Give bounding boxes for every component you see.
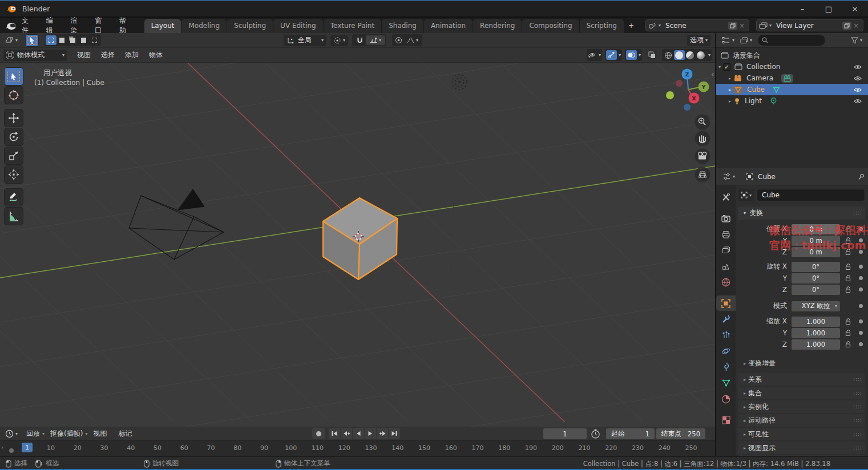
blender-menu-icon[interactable] bbox=[5, 21, 15, 30]
light-expand-icon[interactable]: ▸ bbox=[726, 99, 733, 104]
scale-z-lock-icon[interactable] bbox=[840, 341, 856, 348]
tab-object-data[interactable] bbox=[716, 375, 736, 391]
select-intersect-button[interactable] bbox=[89, 35, 100, 45]
location-x-animate-dot[interactable] bbox=[859, 227, 863, 231]
close-button[interactable]: × bbox=[842, 1, 868, 17]
tab-constraints[interactable] bbox=[716, 359, 736, 375]
tab-sculpting[interactable]: Sculpting bbox=[227, 19, 273, 33]
3d-scene[interactable]: Z Y X ‹ bbox=[0, 63, 715, 427]
outliner-row-cube[interactable]: ▸ Cube bbox=[716, 84, 868, 95]
rotation-x-lock-icon[interactable] bbox=[840, 264, 856, 270]
transform-orientation-dropdown[interactable]: 全局 ▾ bbox=[284, 35, 326, 46]
tab-scripting[interactable]: Scripting bbox=[580, 19, 624, 33]
rotation-y-field[interactable]: 0° bbox=[792, 273, 840, 283]
gizmo-toggle[interactable] bbox=[606, 50, 617, 60]
collection-expand-icon[interactable]: ▾ bbox=[716, 64, 723, 70]
scene-selector[interactable]: ▾ Scene × bbox=[645, 19, 749, 31]
outliner-row-collection[interactable]: ▾ ✓ Collection bbox=[716, 61, 868, 72]
drag-handle[interactable]: ∷∷ bbox=[853, 431, 862, 437]
tab-texture[interactable] bbox=[716, 412, 736, 428]
rotation-x-field[interactable]: 0° bbox=[792, 262, 840, 272]
scale-x-lock-icon[interactable] bbox=[840, 318, 856, 325]
light-object[interactable] bbox=[452, 75, 467, 90]
outliner-search-input[interactable] bbox=[758, 35, 825, 46]
zoom-button[interactable] bbox=[695, 115, 710, 130]
object-id-icon-button[interactable]: ▾ bbox=[738, 189, 754, 201]
tab-compositing[interactable]: Compositing bbox=[522, 19, 579, 33]
tool-annotate[interactable] bbox=[4, 188, 23, 206]
pivot-point-dropdown[interactable]: ▾ bbox=[330, 35, 348, 46]
add-menu[interactable]: 添加 bbox=[120, 50, 144, 60]
scale-z-field[interactable]: 1.000 bbox=[792, 339, 840, 350]
options-dropdown[interactable]: 选项▾ bbox=[687, 35, 710, 46]
sidebar-collapse-arrow[interactable]: ‹ bbox=[711, 70, 714, 79]
tab-tool[interactable] bbox=[716, 189, 736, 205]
cube-label[interactable]: Cube bbox=[747, 86, 765, 94]
panel-relations[interactable]: ▸关系∷∷ bbox=[738, 373, 865, 386]
gizmo-x-neg[interactable] bbox=[676, 80, 683, 87]
collection-checkbox[interactable]: ✓ bbox=[723, 63, 730, 71]
tool-scale[interactable] bbox=[4, 147, 23, 165]
snap-to-dropdown[interactable]: ▾ bbox=[366, 35, 385, 45]
rotation-z-animate-dot[interactable] bbox=[859, 287, 863, 291]
shading-solid-button[interactable] bbox=[674, 50, 685, 60]
menu-window[interactable]: 窗口 bbox=[88, 16, 113, 35]
select-subtract-button[interactable] bbox=[67, 35, 78, 45]
tab-render[interactable] bbox=[716, 210, 736, 226]
remove-view-layer-icon[interactable]: × bbox=[853, 22, 859, 30]
overlays-toggle[interactable] bbox=[626, 50, 637, 60]
object-name-input[interactable]: Cube bbox=[757, 189, 865, 201]
tab-layout[interactable]: Layout bbox=[144, 19, 181, 33]
next-keyframe-button[interactable] bbox=[377, 428, 388, 439]
navigation-gizmo[interactable]: Z Y X bbox=[666, 69, 709, 111]
location-z-lock-icon[interactable] bbox=[840, 249, 856, 256]
drag-handle[interactable]: ∷∷ bbox=[853, 376, 862, 383]
camera-expand-icon[interactable]: ▸ bbox=[726, 76, 733, 81]
cube-expand-icon[interactable]: ▸ bbox=[726, 87, 733, 92]
tab-animation[interactable]: Animation bbox=[424, 19, 473, 33]
proportional-falloff-dropdown[interactable]: ▾ bbox=[404, 35, 421, 45]
properties-editor-type-button[interactable]: ▾ bbox=[720, 171, 738, 183]
timeline-view-menu[interactable]: 视图 bbox=[87, 429, 112, 439]
location-z-animate-dot[interactable] bbox=[859, 250, 863, 254]
location-x-field[interactable]: 0 m bbox=[792, 224, 840, 234]
rotation-y-lock-icon[interactable] bbox=[840, 275, 856, 282]
minimize-button[interactable]: – bbox=[789, 1, 815, 17]
menu-edit[interactable]: 编辑 bbox=[40, 16, 64, 35]
location-y-field[interactable]: 0 m bbox=[792, 236, 840, 246]
drag-handle[interactable]: ∷∷ bbox=[853, 445, 862, 451]
location-z-field[interactable]: 0 m bbox=[792, 247, 840, 257]
rotation-mode-animate-dot[interactable] bbox=[859, 304, 863, 308]
drag-handle[interactable]: ∷∷ bbox=[853, 418, 862, 424]
camera-data-badge[interactable] bbox=[781, 74, 793, 83]
panel-motion-paths[interactable]: ▸运动路径∷∷ bbox=[738, 414, 865, 427]
tab-object[interactable] bbox=[716, 295, 736, 311]
transform-panel-header[interactable]: ▾ 变换 ∷∷ bbox=[738, 206, 865, 220]
tab-particles[interactable] bbox=[716, 327, 736, 343]
view-layer-name[interactable]: View Layer bbox=[776, 22, 814, 30]
outliner-filter-button[interactable]: ▾ bbox=[848, 35, 865, 46]
location-y-lock-icon[interactable] bbox=[840, 237, 856, 244]
panel-transform-delta[interactable]: ▸ 变换增量 bbox=[738, 357, 865, 370]
scale-x-field[interactable]: 1.000 bbox=[792, 317, 840, 327]
transform-collapse-icon[interactable]: ▾ bbox=[741, 210, 748, 216]
tab-texture-paint[interactable]: Texture Paint bbox=[324, 19, 381, 33]
camera-object[interactable] bbox=[129, 189, 224, 260]
select-invert-button[interactable] bbox=[78, 35, 89, 45]
scene-collection-label[interactable]: 场景集合 bbox=[733, 51, 760, 60]
panel-visibility[interactable]: ▸可见性∷∷ bbox=[738, 428, 865, 440]
shading-rendered-button[interactable] bbox=[696, 50, 706, 60]
tab-material[interactable] bbox=[716, 391, 736, 407]
camera-eye-icon[interactable] bbox=[854, 76, 862, 81]
panel-collections[interactable]: ▸集合∷∷ bbox=[738, 387, 865, 399]
unlink-scene-icon[interactable]: × bbox=[739, 22, 745, 30]
range-slider-dot[interactable] bbox=[9, 448, 14, 453]
current-frame-indicator[interactable]: 1 bbox=[22, 443, 33, 452]
scene-collection-row[interactable]: 场景集合 bbox=[716, 50, 868, 61]
shading-material-button[interactable] bbox=[685, 50, 696, 60]
rotation-y-animate-dot[interactable] bbox=[859, 276, 863, 280]
rotation-mode-dropdown[interactable]: XYZ 欧拉▾ bbox=[792, 301, 840, 311]
editor-type-button[interactable]: ▾ bbox=[2, 35, 21, 46]
light-label[interactable]: Light bbox=[745, 97, 762, 105]
maximize-button[interactable]: □ bbox=[815, 1, 842, 17]
